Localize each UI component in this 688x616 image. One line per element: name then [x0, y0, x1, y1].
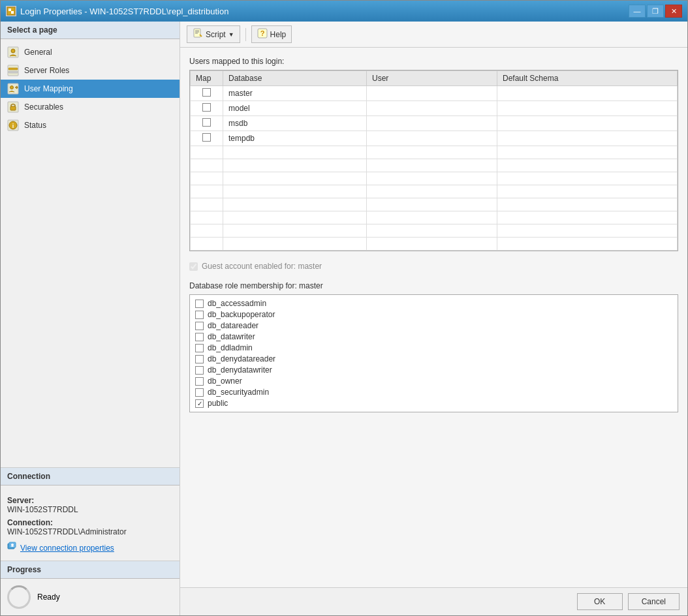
role-item: db_ddladmin [195, 343, 672, 352]
table-row: msdb [191, 116, 678, 131]
svg-rect-6 [8, 68, 18, 70]
svg-rect-14 [10, 106, 16, 110]
view-connection-link[interactable]: View connection properties [7, 542, 173, 554]
role-checkbox-2[interactable] [195, 322, 204, 330]
sidebar: Select a page General [1, 22, 180, 615]
role-name-2: db_datareader [208, 321, 258, 330]
help-label: Help [270, 30, 287, 39]
role-item: db_securityadmin [195, 388, 672, 397]
map-checkbox-2[interactable] [202, 118, 211, 127]
sidebar-item-general[interactable]: General [1, 43, 180, 61]
svg-text:i: i [12, 123, 14, 129]
map-cell-2[interactable] [191, 116, 223, 131]
role-checkbox-8[interactable] [195, 388, 204, 397]
table-row: tempdb [191, 131, 678, 146]
schema-cell-2 [497, 116, 678, 131]
role-checkbox-0[interactable] [195, 300, 204, 308]
role-checkbox-1[interactable] [195, 311, 204, 319]
script-dropdown-arrow: ▼ [228, 31, 234, 38]
svg-point-20 [11, 544, 14, 546]
user-cell-0 [367, 86, 497, 101]
connection-section: Connection Server: WIN-1052ST7RDDL Conne… [1, 467, 180, 561]
role-name-5: db_denydatareader [208, 354, 275, 363]
role-name-9: public [208, 399, 228, 408]
table-row-empty [191, 172, 678, 185]
guest-account: Guest account enabled for: master [189, 259, 678, 273]
connection-value: WIN-1052ST7RDDL\Administrator [7, 527, 173, 536]
script-button[interactable]: Script ▼ [187, 25, 240, 43]
db-cell-1: model [223, 101, 367, 116]
table-row-empty [191, 198, 678, 211]
map-cell-0[interactable] [191, 86, 223, 101]
guest-account-label: Guest account enabled for: master [202, 262, 322, 271]
db-cell-3: tempdb [223, 131, 367, 146]
role-name-7: db_owner [208, 377, 242, 386]
role-item: db_datareader [195, 321, 672, 330]
role-item: db_accessadmin [195, 299, 672, 308]
guest-account-checkbox [189, 262, 198, 271]
db-cell-2: msdb [223, 116, 367, 131]
connection-label: Connection: [7, 518, 173, 527]
server-roles-label: Server Roles [24, 66, 69, 75]
sidebar-nav: General Server Roles [1, 39, 180, 467]
schema-cell-0 [497, 86, 678, 101]
content-area: Users mapped to this login: Map Database… [180, 48, 687, 587]
users-table: Map Database User Default Schema maste [190, 70, 678, 251]
window-title: Login Properties - WIN-1052ST7RDDL\repl_… [20, 7, 228, 16]
restore-button[interactable]: ❐ [647, 5, 664, 18]
role-name-6: db_denydatawriter [208, 365, 272, 375]
role-name-0: db_accessadmin [208, 299, 266, 308]
col-map: Map [191, 71, 223, 86]
role-name-4: db_ddladmin [208, 343, 253, 352]
table-row-empty [191, 238, 678, 251]
table-row: model [191, 101, 678, 116]
ok-button[interactable]: OK [577, 593, 623, 610]
map-checkbox-3[interactable] [202, 133, 211, 142]
progress-spinner [7, 585, 31, 609]
help-button[interactable]: ? Help [251, 25, 292, 43]
role-checkbox-6[interactable] [195, 366, 204, 375]
map-cell-3[interactable] [191, 131, 223, 146]
role-membership-label: Database role membership for: master [189, 281, 678, 290]
cancel-button[interactable]: Cancel [628, 593, 680, 610]
close-button[interactable]: ✕ [665, 5, 682, 18]
app-icon [6, 6, 16, 16]
svg-point-9 [10, 86, 14, 89]
role-item: ✓ public [195, 399, 672, 408]
svg-text:?: ? [260, 29, 264, 37]
table-row-empty [191, 159, 678, 172]
role-checkbox-9[interactable]: ✓ [195, 399, 204, 408]
general-label: General [24, 48, 52, 57]
title-bar: Login Properties - WIN-1052ST7RDDL\repl_… [1, 1, 687, 22]
sidebar-item-user-mapping[interactable]: User Mapping [1, 80, 180, 98]
map-checkbox-1[interactable] [202, 103, 211, 112]
minimize-button[interactable]: — [629, 5, 646, 18]
db-cell-0: master [223, 86, 367, 101]
help-icon: ? [257, 28, 268, 40]
role-checkbox-5[interactable] [195, 355, 204, 363]
sidebar-item-server-roles[interactable]: Server Roles [1, 61, 180, 80]
sidebar-item-securables[interactable]: Securables [1, 98, 180, 116]
role-checkbox-3[interactable] [195, 333, 204, 341]
progress-section: Progress Ready [1, 561, 180, 615]
sidebar-item-status[interactable]: i Status [1, 116, 180, 134]
server-label: Server: [7, 496, 173, 505]
col-user: User [367, 71, 497, 86]
progress-header: Progress [1, 561, 180, 579]
role-checkbox-4[interactable] [195, 344, 204, 352]
right-panel: Script ▼ ? Help [180, 22, 687, 615]
bottom-bar: OK Cancel [180, 587, 687, 615]
svg-rect-5 [8, 65, 18, 76]
progress-status: Ready [37, 593, 60, 602]
role-checkbox-7[interactable] [195, 377, 204, 386]
map-checkbox-0[interactable] [202, 88, 211, 97]
map-cell-1[interactable] [191, 101, 223, 116]
toolbar: Script ▼ ? Help [180, 22, 687, 48]
role-item: db_denydatawriter [195, 365, 672, 375]
main-content: Select a page General [1, 22, 687, 615]
connection-link-icon [7, 542, 18, 554]
script-icon [193, 28, 203, 40]
table-row: master [191, 86, 678, 101]
user-cell-3 [367, 131, 497, 146]
users-mapped-section: Users mapped to this login: Map Database… [189, 57, 678, 251]
